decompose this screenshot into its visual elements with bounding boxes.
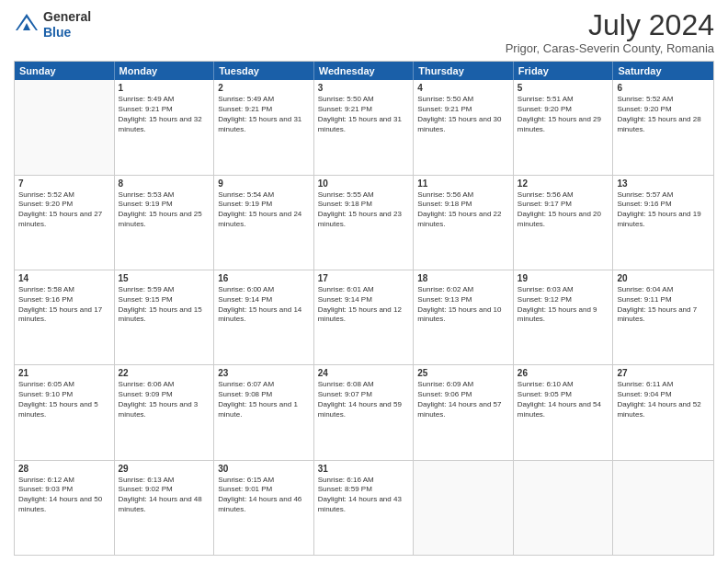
day-info: Sunrise: 6:16 AMSunset: 8:59 PMDaylight:… — [318, 476, 410, 515]
day-cell-14: 14Sunrise: 5:58 AMSunset: 9:16 PMDayligh… — [15, 270, 115, 364]
day-cell-4: 4Sunrise: 5:50 AMSunset: 9:21 PMDaylight… — [414, 80, 514, 174]
calendar-body: 1Sunrise: 5:49 AMSunset: 9:21 PMDaylight… — [15, 80, 713, 555]
day-info: Sunrise: 6:00 AMSunset: 9:14 PMDaylight:… — [218, 285, 310, 325]
day-info: Sunrise: 5:52 AMSunset: 9:20 PMDaylight:… — [18, 190, 110, 230]
day-number: 30 — [218, 464, 310, 474]
day-info: Sunrise: 6:11 AMSunset: 9:04 PMDaylight:… — [617, 380, 710, 419]
day-number: 3 — [318, 83, 410, 93]
day-number: 4 — [417, 83, 509, 93]
day-cell-22: 22Sunrise: 6:06 AMSunset: 9:09 PMDayligh… — [115, 365, 215, 459]
day-number: 24 — [318, 368, 410, 378]
day-cell-19: 19Sunrise: 6:03 AMSunset: 9:12 PMDayligh… — [514, 270, 614, 364]
day-info: Sunrise: 5:55 AMSunset: 9:18 PMDaylight:… — [318, 190, 410, 230]
day-number: 6 — [617, 83, 710, 93]
day-cell-1: 1Sunrise: 5:49 AMSunset: 9:21 PMDaylight… — [115, 80, 215, 174]
title-block: July 2024 Prigor, Caras-Severin County, … — [506, 9, 714, 55]
day-number: 12 — [518, 178, 609, 189]
day-info: Sunrise: 5:50 AMSunset: 9:21 PMDaylight:… — [417, 95, 509, 134]
day-info: Sunrise: 5:51 AMSunset: 9:20 PMDaylight:… — [518, 95, 609, 134]
day-cell-11: 11Sunrise: 5:56 AMSunset: 9:18 PMDayligh… — [414, 176, 514, 270]
logo: General Blue — [14, 9, 91, 40]
day-info: Sunrise: 5:57 AMSunset: 9:16 PMDaylight:… — [617, 190, 710, 230]
day-info: Sunrise: 6:08 AMSunset: 9:07 PMDaylight:… — [318, 380, 410, 419]
day-number: 16 — [218, 273, 310, 283]
day-info: Sunrise: 6:02 AMSunset: 9:13 PMDaylight:… — [417, 285, 509, 325]
day-number: 31 — [318, 464, 410, 474]
day-info: Sunrise: 5:54 AMSunset: 9:19 PMDaylight:… — [218, 190, 310, 230]
calendar: SundayMondayTuesdayWednesdayThursdayFrid… — [14, 61, 714, 556]
day-cell-12: 12Sunrise: 5:56 AMSunset: 9:17 PMDayligh… — [514, 176, 614, 270]
day-cell-30: 30Sunrise: 6:15 AMSunset: 9:01 PMDayligh… — [214, 461, 314, 555]
day-info: Sunrise: 5:59 AMSunset: 9:15 PMDaylight:… — [119, 285, 210, 325]
day-info: Sunrise: 6:07 AMSunset: 9:08 PMDaylight:… — [218, 380, 310, 419]
day-number: 5 — [518, 83, 609, 93]
day-info: Sunrise: 6:01 AMSunset: 9:14 PMDaylight:… — [318, 285, 410, 325]
day-number: 9 — [218, 178, 310, 189]
day-number: 27 — [617, 368, 710, 378]
day-number: 8 — [119, 178, 210, 189]
empty-cell — [613, 461, 713, 555]
day-number: 23 — [218, 368, 310, 378]
day-number: 22 — [119, 368, 210, 378]
day-number: 19 — [518, 273, 609, 283]
header-day-saturday: Saturday — [613, 62, 713, 80]
day-cell-8: 8Sunrise: 5:53 AMSunset: 9:19 PMDaylight… — [115, 176, 215, 270]
day-cell-25: 25Sunrise: 6:09 AMSunset: 9:06 PMDayligh… — [414, 365, 514, 459]
day-cell-28: 28Sunrise: 6:12 AMSunset: 9:03 PMDayligh… — [15, 461, 115, 555]
calendar-header: SundayMondayTuesdayWednesdayThursdayFrid… — [15, 62, 713, 80]
logo-text: General Blue — [43, 9, 91, 40]
day-info: Sunrise: 5:58 AMSunset: 9:16 PMDaylight:… — [18, 285, 110, 325]
day-number: 25 — [417, 368, 509, 378]
day-cell-15: 15Sunrise: 5:59 AMSunset: 9:15 PMDayligh… — [115, 270, 215, 364]
day-number: 28 — [18, 464, 110, 474]
empty-cell — [514, 461, 614, 555]
month-title: July 2024 — [506, 9, 714, 41]
day-info: Sunrise: 6:09 AMSunset: 9:06 PMDaylight:… — [417, 380, 509, 419]
location: Prigor, Caras-Severin County, Romania — [506, 41, 714, 55]
day-info: Sunrise: 5:53 AMSunset: 9:19 PMDaylight:… — [119, 190, 210, 230]
day-number: 14 — [18, 273, 110, 283]
day-number: 11 — [417, 178, 509, 189]
day-number: 20 — [617, 273, 710, 283]
day-number: 1 — [119, 83, 210, 93]
day-info: Sunrise: 6:03 AMSunset: 9:12 PMDaylight:… — [518, 285, 609, 325]
day-number: 10 — [318, 178, 410, 189]
day-info: Sunrise: 5:49 AMSunset: 9:21 PMDaylight:… — [119, 95, 210, 134]
day-cell-16: 16Sunrise: 6:00 AMSunset: 9:14 PMDayligh… — [214, 270, 314, 364]
header-day-wednesday: Wednesday — [314, 62, 415, 80]
day-number: 17 — [318, 273, 410, 283]
day-info: Sunrise: 6:06 AMSunset: 9:09 PMDaylight:… — [119, 380, 210, 419]
day-number: 15 — [119, 273, 210, 283]
day-cell-31: 31Sunrise: 6:16 AMSunset: 8:59 PMDayligh… — [314, 461, 415, 555]
day-cell-24: 24Sunrise: 6:08 AMSunset: 9:07 PMDayligh… — [314, 365, 415, 459]
day-cell-9: 9Sunrise: 5:54 AMSunset: 9:19 PMDaylight… — [214, 176, 314, 270]
day-info: Sunrise: 6:12 AMSunset: 9:03 PMDaylight:… — [18, 476, 110, 515]
day-cell-29: 29Sunrise: 6:13 AMSunset: 9:02 PMDayligh… — [115, 461, 215, 555]
day-info: Sunrise: 5:56 AMSunset: 9:17 PMDaylight:… — [518, 190, 609, 230]
logo-general: General — [43, 9, 91, 25]
calendar-row-0: 1Sunrise: 5:49 AMSunset: 9:21 PMDaylight… — [15, 80, 713, 175]
day-number: 13 — [617, 178, 710, 189]
day-cell-2: 2Sunrise: 5:49 AMSunset: 9:21 PMDaylight… — [214, 80, 314, 174]
day-cell-6: 6Sunrise: 5:52 AMSunset: 9:20 PMDaylight… — [613, 80, 713, 174]
day-cell-27: 27Sunrise: 6:11 AMSunset: 9:04 PMDayligh… — [613, 365, 713, 459]
day-cell-13: 13Sunrise: 5:57 AMSunset: 9:16 PMDayligh… — [613, 176, 713, 270]
day-number: 21 — [18, 368, 110, 378]
header-day-friday: Friday — [514, 62, 614, 80]
day-number: 7 — [18, 178, 110, 189]
header-day-tuesday: Tuesday — [214, 62, 314, 80]
empty-cell — [15, 80, 115, 174]
day-cell-26: 26Sunrise: 6:10 AMSunset: 9:05 PMDayligh… — [514, 365, 614, 459]
day-cell-18: 18Sunrise: 6:02 AMSunset: 9:13 PMDayligh… — [414, 270, 514, 364]
day-number: 2 — [218, 83, 310, 93]
day-info: Sunrise: 5:50 AMSunset: 9:21 PMDaylight:… — [318, 95, 410, 134]
day-cell-7: 7Sunrise: 5:52 AMSunset: 9:20 PMDaylight… — [15, 176, 115, 270]
day-info: Sunrise: 6:13 AMSunset: 9:02 PMDaylight:… — [119, 476, 210, 515]
day-info: Sunrise: 6:05 AMSunset: 9:10 PMDaylight:… — [18, 380, 110, 419]
logo-blue: Blue — [43, 25, 91, 40]
day-cell-17: 17Sunrise: 6:01 AMSunset: 9:14 PMDayligh… — [314, 270, 415, 364]
day-info: Sunrise: 5:56 AMSunset: 9:18 PMDaylight:… — [417, 190, 509, 230]
day-number: 26 — [518, 368, 609, 378]
empty-cell — [414, 461, 514, 555]
calendar-row-2: 14Sunrise: 5:58 AMSunset: 9:16 PMDayligh… — [15, 270, 713, 365]
